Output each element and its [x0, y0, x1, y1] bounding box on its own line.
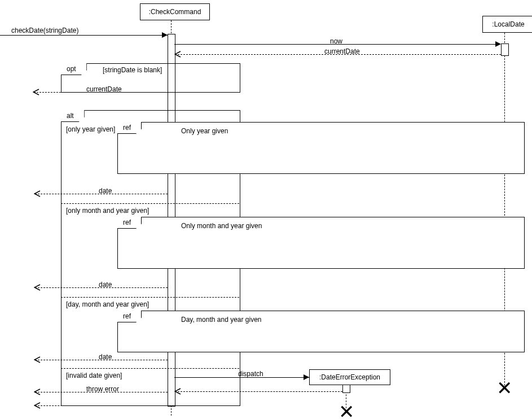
ref1-title: Only year given [181, 127, 228, 135]
ref3-title: Day, month and year given [181, 316, 262, 324]
message-entry-line [0, 35, 168, 36]
arrow-open-icon [34, 356, 41, 363]
message-throw-line [35, 392, 168, 392]
fragment-ref-1: ref [117, 122, 525, 174]
arrow-open-icon [34, 389, 41, 395]
fragment-tag: alt [61, 110, 85, 122]
participant-dateerror: :DateErrorException [309, 369, 390, 385]
arrow-open-icon [33, 89, 39, 95]
arrow-icon [162, 32, 168, 38]
destroy-icon: ✕ [338, 402, 354, 419]
activation-localdate [501, 43, 509, 56]
activation-dateerror [342, 384, 350, 393]
fragment-ref-2: ref [117, 217, 525, 269]
participant-checkcommand: :CheckCommand [140, 3, 210, 20]
ref2-title: Only month and year given [181, 222, 262, 230]
alt-guard-2: [only month and year given] [66, 207, 149, 215]
arrow-open-icon [34, 284, 41, 291]
message-dispatch-return-line [175, 391, 342, 392]
participant-label: :DateErrorException [319, 373, 380, 381]
message-dispatch-label: dispatch [238, 370, 263, 378]
message-date1-line [35, 194, 168, 194]
fragment-tag: ref [117, 217, 142, 229]
message-entry-label: checkDate(stringDate) [11, 27, 78, 34]
arrow-icon [304, 374, 309, 380]
arrow-open-icon [34, 402, 41, 409]
destroy-icon: ✕ [496, 378, 512, 398]
message-date3-line [35, 360, 168, 360]
fragment-ref-3: ref [117, 311, 525, 352]
alt-separator [61, 297, 239, 298]
arrow-open-icon [34, 190, 41, 197]
fragment-tag: ref [117, 311, 142, 322]
message-now-line [174, 44, 500, 45]
arrow-icon [495, 41, 501, 47]
message-currentdate-return-line [34, 92, 168, 93]
alt-guard-3: [day, month and year given] [66, 300, 149, 308]
message-currentdate-line [175, 54, 501, 55]
message-date2-line [35, 287, 168, 288]
alt-guard-1: [only year given] [66, 125, 115, 133]
alt-guard-4: [invalid date given] [66, 372, 122, 379]
arrow-open-icon [174, 51, 181, 58]
message-dispatch-line [174, 377, 309, 378]
participant-localdate: :LocalDate [482, 16, 532, 33]
fragment-tag: ref [117, 122, 142, 134]
alt-separator [61, 203, 239, 204]
participant-label: :LocalDate [492, 20, 524, 28]
message-final-return-line [35, 405, 168, 406]
arrow-open-icon [174, 388, 181, 395]
fragment-tag: opt [61, 63, 87, 75]
fragment-opt-guard: [stringDate is blank] [103, 66, 162, 74]
participant-label: :CheckCommand [149, 8, 201, 16]
alt-separator [61, 368, 239, 369]
sequence-diagram: :CheckCommand :LocalDate checkDate(strin… [0, 0, 532, 419]
